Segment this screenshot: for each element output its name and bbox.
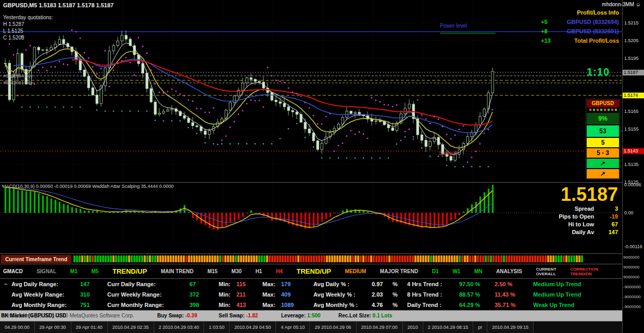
probability-meter: GBPUSD 9%5355 - 3↗↗ Probability Meter	[586, 99, 620, 180]
yesterday-title: Yesterday quotations:	[3, 14, 53, 21]
trend-bar	[266, 255, 268, 262]
quote-value: 3	[600, 206, 618, 212]
trend-bar	[313, 255, 315, 262]
trend-bar	[89, 255, 91, 262]
lower-axis-number: 9000000	[623, 275, 639, 279]
range-cell: 398	[190, 302, 219, 308]
indicator-panel[interactable]: MACD(10,30,9) 0.00050 -0.00019 0.00069 W…	[0, 182, 622, 253]
trend-bar	[107, 255, 109, 262]
gmacd-item: CORRECTIONTREND/DN	[570, 267, 598, 276]
trend-bar	[435, 255, 437, 262]
time-label: 29 Apr 00:30	[35, 322, 71, 333]
order-line-label-1: #8332694 buy	[3, 73, 33, 79]
trend-bar	[373, 255, 375, 262]
trend-bar	[521, 255, 523, 262]
trend-bar	[547, 255, 549, 262]
trend-bar	[310, 255, 312, 262]
buy-swap: Buy Swap: -0.39	[157, 313, 197, 318]
candle-countdown: 1:10	[587, 66, 610, 78]
time-label: 2 2010.04.29 03:40	[154, 322, 205, 333]
status-bar: MetaTrader 4 (C) 2001-2010 MetaQuotes So…	[0, 310, 622, 321]
trend-bar	[118, 255, 120, 262]
gmacd-item: M15	[207, 268, 217, 274]
gmacd-item: M1	[70, 268, 78, 274]
time-label: 29 Apr 01:40	[71, 322, 108, 333]
time-label: 2010.04.29 02:35	[108, 322, 154, 333]
quote-label: Pips to Open	[559, 213, 594, 220]
quote-label: Daily Av	[572, 229, 594, 235]
trend-bar	[396, 255, 398, 262]
trend-bar	[253, 255, 255, 262]
trend-bar	[305, 255, 307, 262]
meter-dot	[597, 109, 599, 111]
range-cell: Avg Weekly % :	[313, 291, 372, 298]
trend-bar	[552, 255, 554, 262]
range-cell: %	[393, 302, 407, 308]
trend-bar	[565, 255, 567, 262]
trend-bar	[571, 255, 573, 262]
trend-bar	[526, 255, 528, 262]
price-axis[interactable]: 1.52151.52051.51951.51651.51551.51351.51…	[622, 0, 644, 333]
trend-bar	[427, 255, 430, 262]
trend-bar	[477, 255, 479, 262]
position-label[interactable]: GBPUSD (8332694)	[567, 19, 619, 25]
meter-dot	[604, 109, 606, 111]
trend-bar	[178, 255, 180, 262]
range-cell: 1089	[281, 302, 313, 308]
position-label[interactable]: GBPUSD (8332691)	[567, 28, 619, 34]
range-cell: Avg Monthly % :	[313, 302, 372, 308]
trend-bar	[329, 255, 331, 262]
position-pips: +5	[541, 19, 548, 25]
trend-bar	[545, 255, 547, 262]
trend-bar	[86, 255, 89, 262]
trend-bar	[383, 255, 385, 262]
trend-bar	[425, 255, 427, 262]
price-tick: 1.5205	[624, 38, 639, 44]
trend-bar	[461, 255, 463, 262]
gmacd-item: ANALYSIS	[496, 268, 522, 274]
trend-bar	[250, 255, 252, 262]
yesterday-quotes: Yesterday quotations: H 1.5287 L 1.5125 …	[3, 14, 53, 41]
meter-cell: 5 - 3	[587, 148, 619, 158]
quote-value: -19	[600, 213, 618, 220]
trend-bar	[508, 255, 510, 262]
trend-bar	[479, 255, 482, 262]
meter-dot	[615, 109, 617, 111]
macd-chart[interactable]	[0, 183, 622, 253]
trend-bar	[412, 255, 414, 262]
macd-axis-tick: 0.00	[624, 210, 634, 216]
trend-bar	[315, 255, 318, 262]
trend-bar	[362, 255, 364, 262]
price-chart[interactable]	[0, 0, 622, 182]
price-tick: 1.5165	[624, 109, 639, 114]
trend-bar	[282, 255, 284, 262]
trend-bar	[464, 255, 466, 262]
main-chart-panel[interactable]: GBPUSD,M5 1.5183 1.5187 1.5178 1.5187 Ye…	[0, 0, 622, 182]
trend-bar	[146, 255, 148, 262]
order-line-label-2: #8332691 buy	[3, 80, 33, 85]
range-row: Avg Monthly Range:751Curr Monthly Range:…	[0, 300, 622, 310]
trend-bar	[243, 255, 245, 262]
buy-swap-value: -0.39	[185, 313, 197, 318]
range-cell: 4 Hrs Trend :	[407, 281, 459, 287]
total-row: +13 Total Profit/Loss	[541, 37, 619, 44]
range-cell: Weak Up Trend	[533, 302, 574, 308]
trend-bar	[578, 255, 580, 262]
trend-bar	[355, 255, 357, 262]
support-label: Support	[439, 150, 457, 156]
trend-bar	[92, 255, 94, 262]
range-cell: 147	[80, 281, 107, 287]
meter-dot	[589, 109, 591, 111]
gmacd-item: CURRENTOVERALL	[536, 267, 556, 276]
total-pips: +13	[541, 37, 551, 44]
trend-bar	[159, 255, 161, 262]
range-cell: Min:	[219, 302, 236, 308]
trend-bar	[198, 255, 200, 262]
trend-bar	[573, 255, 575, 262]
trend-bar	[204, 255, 206, 262]
range-cell: 97.50 %	[459, 281, 495, 287]
range-cell: 88.57 %	[459, 291, 495, 298]
trend-bar	[284, 255, 286, 262]
time-axis[interactable]: 04.29 00:0029 Apr 00:3029 Apr 01:402010.…	[0, 321, 622, 333]
trend-bar	[123, 255, 125, 262]
